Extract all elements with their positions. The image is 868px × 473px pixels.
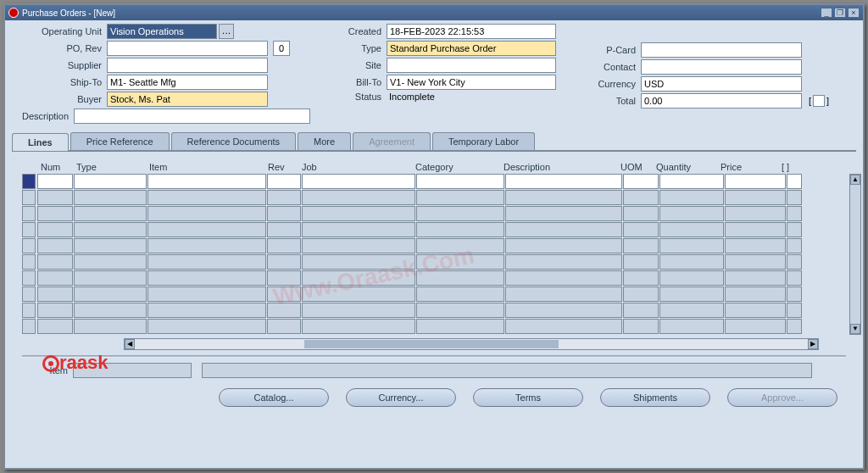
grid-cell[interactable] — [725, 190, 786, 205]
grid-cell[interactable] — [147, 254, 266, 270]
grid-cell[interactable] — [416, 254, 504, 270]
grid-cell[interactable] — [37, 303, 73, 318]
grid-cell[interactable] — [505, 238, 622, 253]
grid-cell[interactable] — [505, 254, 622, 270]
close-button[interactable]: × — [848, 8, 860, 18]
grid-cell[interactable] — [267, 303, 301, 318]
operating-unit-lov-button[interactable]: … — [219, 24, 234, 39]
table-row[interactable] — [22, 287, 846, 303]
bill-to-field[interactable]: V1- New York City — [387, 75, 556, 90]
grid-cell[interactable] — [623, 206, 659, 221]
grid-cell[interactable] — [74, 254, 147, 270]
grid-cell[interactable] — [74, 190, 147, 205]
row-selector[interactable] — [22, 287, 36, 302]
grid-cell[interactable] — [505, 303, 622, 318]
grid-cell[interactable] — [147, 206, 266, 221]
grid-cell[interactable] — [787, 303, 802, 318]
scroll-up-icon[interactable]: ▲ — [850, 175, 860, 185]
grid-cell[interactable] — [725, 254, 786, 270]
grid-cell[interactable] — [147, 238, 266, 253]
table-row[interactable] — [22, 238, 846, 254]
grid-cell[interactable] — [416, 270, 504, 286]
grid-cell[interactable] — [302, 287, 415, 302]
table-row[interactable] — [22, 206, 846, 222]
grid-cell[interactable] — [505, 222, 622, 237]
maximize-button[interactable]: ❐ — [834, 8, 846, 18]
grid-cell[interactable] — [787, 174, 802, 189]
item-field[interactable] — [73, 363, 192, 378]
grid-cell[interactable] — [659, 254, 724, 270]
grid-cell[interactable] — [37, 190, 73, 205]
grid-cell[interactable] — [416, 238, 504, 253]
grid-cell[interactable] — [147, 303, 266, 318]
shipments-button[interactable]: Shipments — [600, 388, 710, 407]
grid-cell[interactable] — [725, 270, 786, 286]
grid-cell[interactable] — [302, 222, 415, 237]
ship-to-field[interactable]: M1- Seattle Mfg — [107, 75, 268, 90]
grid-cell[interactable] — [725, 222, 786, 237]
grid-cell[interactable] — [37, 238, 73, 253]
grid-cell[interactable] — [623, 270, 659, 286]
grid-cell[interactable] — [787, 319, 802, 334]
grid-cell[interactable] — [659, 174, 724, 189]
grid-cell[interactable] — [147, 287, 266, 302]
grid-cell[interactable] — [623, 174, 659, 189]
grid-horizontal-scrollbar[interactable]: ◀ ▶ — [124, 338, 819, 350]
grid-cell[interactable] — [623, 254, 659, 270]
table-row[interactable] — [22, 190, 846, 206]
terms-button[interactable]: Terms — [473, 388, 583, 407]
grid-cell[interactable] — [623, 238, 659, 253]
grid-cell[interactable] — [74, 222, 147, 237]
type-field[interactable]: Standard Purchase Order — [387, 41, 556, 56]
grid-cell[interactable] — [147, 319, 266, 334]
supplier-field[interactable] — [107, 58, 268, 73]
grid-cell[interactable] — [505, 287, 622, 302]
grid-cell[interactable] — [37, 270, 73, 286]
grid-cell[interactable] — [37, 254, 73, 270]
grid-cell[interactable] — [267, 222, 301, 237]
row-selector[interactable] — [22, 238, 36, 253]
catalog-button[interactable]: Catalog... — [219, 388, 329, 407]
grid-cell[interactable] — [787, 287, 802, 302]
grid-cell[interactable] — [74, 319, 147, 334]
grid-cell[interactable] — [659, 303, 724, 318]
grid-cell[interactable] — [302, 238, 415, 253]
grid-cell[interactable] — [725, 287, 786, 302]
row-selector[interactable] — [22, 319, 36, 334]
grid-cell[interactable] — [416, 174, 504, 189]
tab-reference-documents[interactable]: Reference Documents — [171, 132, 296, 150]
scroll-left-icon[interactable]: ◀ — [125, 339, 135, 349]
grid-cell[interactable] — [37, 222, 73, 237]
operating-unit-field[interactable]: Vision Operations — [107, 24, 217, 39]
grid-cell[interactable] — [623, 190, 659, 205]
grid-cell[interactable] — [302, 254, 415, 270]
grid-cell[interactable] — [302, 303, 415, 318]
grid-cell[interactable] — [416, 206, 504, 221]
grid-cell[interactable] — [147, 190, 266, 205]
description-field[interactable] — [74, 109, 310, 124]
grid-cell[interactable] — [787, 190, 802, 205]
row-selector[interactable] — [22, 174, 36, 189]
grid-cell[interactable] — [37, 287, 73, 302]
grid-cell[interactable] — [267, 270, 301, 286]
grid-cell[interactable] — [787, 222, 802, 237]
table-row[interactable] — [22, 222, 846, 238]
grid-cell[interactable] — [74, 206, 147, 221]
grid-cell[interactable] — [416, 287, 504, 302]
grid-cell[interactable] — [659, 270, 724, 286]
grid-cell[interactable] — [302, 319, 415, 334]
grid-cell[interactable] — [725, 319, 786, 334]
grid-cell[interactable] — [659, 206, 724, 221]
grid-cell[interactable] — [787, 206, 802, 221]
grid-cell[interactable] — [74, 303, 147, 318]
grid-vertical-scrollbar[interactable]: ▲ ▼ — [849, 174, 861, 335]
grid-cell[interactable] — [623, 287, 659, 302]
item-desc-field[interactable] — [202, 363, 812, 378]
row-selector[interactable] — [22, 270, 36, 286]
minimize-button[interactable]: _ — [821, 8, 832, 18]
grid-cell[interactable] — [725, 303, 786, 318]
grid-cell[interactable] — [416, 319, 504, 334]
row-selector[interactable] — [22, 206, 36, 221]
grid-cell[interactable] — [267, 254, 301, 270]
grid-cell[interactable] — [267, 206, 301, 221]
